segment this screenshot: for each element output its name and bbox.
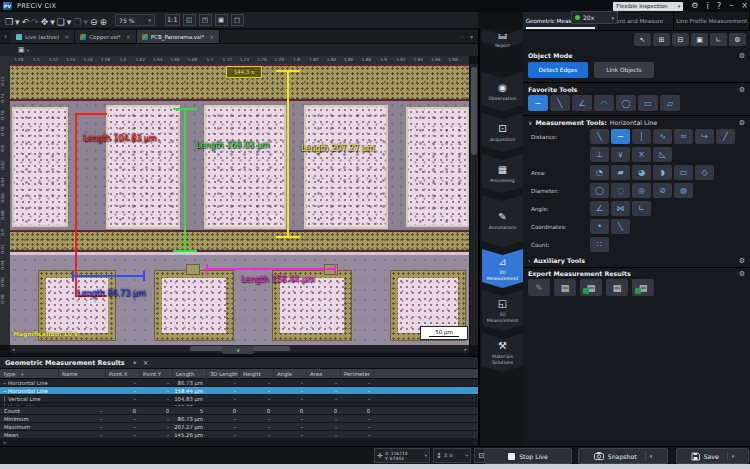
table-row-horizontal-line-1[interactable]: ─Horizontal Line - - 86.73 μm - - - - - <box>0 379 478 387</box>
chevron-down-icon[interactable]: ▾ <box>470 33 473 40</box>
distance-tool-freehand-line[interactable]: ∿ <box>653 129 672 144</box>
view-mode-button-fit-screen[interactable]: ◱ <box>183 14 196 26</box>
link-objects-button[interactable]: Link Objects <box>594 62 654 78</box>
close-panel-icon[interactable]: × <box>143 359 149 367</box>
diameter-tool-circle-3point[interactable]: ◯ <box>590 183 609 198</box>
toolbar-button-stamp[interactable]: ❐ <box>72 17 82 27</box>
column-header[interactable]: Point Y <box>140 369 173 379</box>
angle-tool-angle-4point[interactable]: ⋈ <box>611 201 630 216</box>
settings-gear-icon[interactable]: ⚙ <box>739 257 745 265</box>
area-tool-closed-curve[interactable]: ◗ <box>653 165 672 180</box>
panel-tool-button-save-object[interactable]: ▣ <box>691 33 708 46</box>
favorite-tool-circle[interactable]: ◯ <box>616 95 636 111</box>
doc-tab-pcb[interactable]: PCB_Panorama.vsi* × <box>137 30 221 43</box>
favorite-tool-angle[interactable]: ∠ <box>572 95 592 111</box>
chevron-down-icon[interactable]: ▾ <box>732 453 735 459</box>
distance-tool-point-to-line[interactable]: ⊥ <box>590 147 609 162</box>
column-header[interactable]: Height <box>240 369 274 379</box>
doc-tab-copper[interactable]: Copper.vsi* × <box>75 30 137 43</box>
diameter-tool-concentric-circles[interactable]: ◎ <box>632 183 651 198</box>
area-tool-rotated-rectangle[interactable]: ◇ <box>695 165 714 180</box>
section-measurement-tools[interactable]: ∨ Measurement Tools: Horizontal Line <box>528 119 657 126</box>
toolbar-button-zoom-out[interactable]: ⊖ <box>89 17 99 27</box>
area-tool-arc-area[interactable]: ◔ <box>590 165 609 180</box>
distance-tool-triangle-distance[interactable]: ◺ <box>653 147 672 162</box>
distance-tool-line[interactable]: ╲ <box>590 129 609 144</box>
view-mode-button-actual-size[interactable]: 1:1 <box>165 14 179 26</box>
toolbar-button-redo[interactable]: ↷ <box>30 17 40 27</box>
favorite-tool-horizontal-line[interactable]: ─ <box>528 95 548 111</box>
rail-item-2d-measurement[interactable]: ⊿ 2D Measurement <box>482 249 523 288</box>
angle-tool-angle-3point[interactable]: ∠ <box>590 201 609 216</box>
export-button-csv-file[interactable]: ▤ <box>554 279 576 296</box>
toolbar-button-zoom-in[interactable]: ⊕ <box>99 17 109 27</box>
section-auxiliary-tools[interactable]: › Auxiliary Tools <box>528 257 585 264</box>
table-row-horizontal-line-2[interactable]: ─Horizontal Line - - 158.44 μm - - - - - <box>0 387 478 395</box>
tab-overflow-icon[interactable]: ⋯ <box>459 33 465 40</box>
rail-item-3d-measurement[interactable]: ◱ 3D Measurement <box>482 290 523 331</box>
column-header[interactable]: Name <box>59 369 106 379</box>
measurement-magenta-horizontal[interactable]: Length 158.44 μm <box>206 268 336 270</box>
scroll-right-icon[interactable]: ▸ <box>464 345 467 353</box>
diameter-tool-circle-dashed[interactable]: ◌ <box>611 183 630 198</box>
panel-tool-button-draw-line[interactable]: ∟ <box>710 33 727 46</box>
favorite-tool-line[interactable]: ╲ <box>550 95 570 111</box>
chevron-down-icon[interactable]: ▾ <box>650 453 653 459</box>
pin-panel-icon[interactable]: ⌖ <box>133 359 137 367</box>
panel-collapse-handle[interactable]: ∨ <box>222 346 254 354</box>
settings-gear-icon[interactable]: ⚙ <box>739 119 745 127</box>
measurement-green-vertical[interactable]: Length 169.03 μm <box>184 108 186 252</box>
close-tab-icon[interactable]: × <box>126 33 131 40</box>
scrollbar-thumb[interactable] <box>471 67 477 155</box>
view-mode-button-navigator[interactable]: ▢ <box>231 14 244 26</box>
distance-tool-horizontal-line[interactable]: ─ <box>611 129 630 144</box>
save-button[interactable]: Save ▾ <box>676 448 749 464</box>
favorite-tool-rectangle[interactable]: ▭ <box>638 95 658 111</box>
close-tab-icon[interactable]: × <box>64 33 69 40</box>
view-mode-button-fit-width[interactable]: ◳ <box>199 14 212 26</box>
measurement-yellow-vertical[interactable]: Length 207.27 μm <box>287 70 289 238</box>
export-button-report-file[interactable]: ▤ <box>606 279 628 296</box>
area-tool-rectangle-area[interactable]: ▭ <box>674 165 693 180</box>
count-tool-count-points[interactable]: ∷ <box>590 237 609 252</box>
area-tool-polygon-area[interactable]: ▰ <box>611 165 630 180</box>
export-button-draw-style[interactable]: ✎ <box>528 279 550 296</box>
distance-tool-parallel-lines[interactable]: ↪ <box>695 129 714 144</box>
toolbar-button-open-caret[interactable]: ▾ <box>14 17 21 27</box>
image-canvas[interactable]: 144.3 x Magnification: 10 x 50 μm Length… <box>10 64 469 345</box>
settings-gear-icon[interactable]: ⚙ <box>739 86 745 94</box>
export-button-excel-open[interactable]: ▤ <box>632 279 654 296</box>
distance-tool-vertical-line[interactable]: │ <box>632 129 651 144</box>
detect-edges-button[interactable]: Detect Edges <box>528 62 588 78</box>
snapshot-button[interactable]: Snapshot ▾ <box>578 448 668 464</box>
close-icon[interactable]: × <box>741 0 748 12</box>
diameter-tool-circle-slash[interactable]: ⊘ <box>653 183 672 198</box>
toolbar-button-undo[interactable]: ↶ <box>21 17 31 27</box>
toolbar-button-copy[interactable]: ❏ <box>56 17 66 27</box>
rail-item-observation[interactable]: ◉ Observation <box>482 72 523 111</box>
area-tool-arc-area-2[interactable]: ◕ <box>632 165 651 180</box>
panel-tab-line-profile-measurement[interactable]: Line Profile Measurement <box>674 12 750 30</box>
panel-tool-button-copy-object[interactable]: ⊞ <box>653 33 670 46</box>
column-header[interactable]: Area <box>307 369 341 379</box>
toolbar-button-pan-caret[interactable]: ▾ <box>49 17 56 27</box>
distance-tool-caliper[interactable]: ╱ <box>716 129 735 144</box>
help-icon[interactable]: ? <box>717 0 722 12</box>
minimize-icon[interactable]: – <box>729 0 733 12</box>
column-header[interactable]: 3D Length <box>207 369 240 379</box>
view-mode-button-overview[interactable]: ▣ <box>215 14 228 26</box>
settings-gear-icon[interactable]: ⚙ <box>739 52 745 60</box>
column-header-type[interactable]: Type▾ <box>0 369 59 379</box>
panel-tool-button-select-object[interactable]: ↖ <box>634 33 651 46</box>
export-button-excel-file[interactable]: ▤ <box>580 279 602 296</box>
table-row-vertical-line-1[interactable]: │Vertical Line - - 104.83 μm - - - - - <box>0 395 478 403</box>
info-icon[interactable]: i <box>706 0 708 12</box>
vertical-scrollbar[interactable] <box>469 64 478 345</box>
coordinate-tool-line-coordinate[interactable]: ╲ <box>611 219 630 234</box>
stage-z-readout[interactable]: ↕ Z: 0 ▾ <box>433 448 471 463</box>
layers-icon[interactable]: ▣ <box>18 46 25 54</box>
rail-item-report[interactable]: ▤ Report <box>482 29 523 49</box>
diameter-tool-circle-arrow[interactable]: ◍ <box>674 183 693 198</box>
tab-scroll-left-icon[interactable]: ‹ <box>0 30 11 43</box>
panel-tool-button-paste-object[interactable]: ⊟ <box>672 33 689 46</box>
